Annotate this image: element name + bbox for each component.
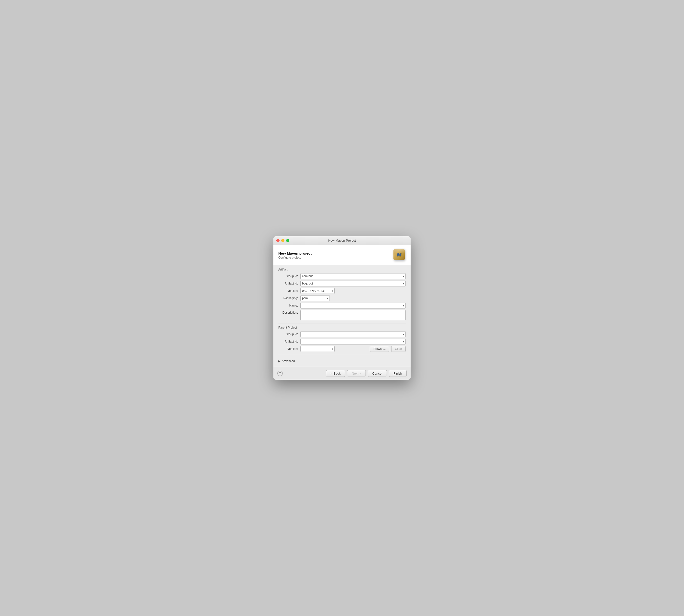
dialog-title: New Maven project bbox=[278, 251, 312, 255]
parent-group-id-select[interactable] bbox=[300, 331, 406, 337]
artifact-group-id-label: Group Id: bbox=[278, 274, 300, 278]
artifact-name-label: Name: bbox=[278, 304, 300, 307]
advanced-label: Advanced bbox=[282, 359, 295, 363]
close-button[interactable] bbox=[276, 239, 280, 242]
parent-version-select[interactable] bbox=[300, 346, 335, 352]
next-button[interactable]: Next > bbox=[347, 370, 366, 377]
back-button[interactable]: < Back bbox=[326, 370, 345, 377]
parent-version-controls: Browse... Clear bbox=[300, 346, 406, 352]
artifact-section-title: Artifact bbox=[278, 268, 406, 271]
artifact-description-row: Description: bbox=[278, 310, 406, 320]
parent-group-id-label: Group Id: bbox=[278, 332, 300, 336]
maven-m-letter: M bbox=[397, 251, 401, 258]
artifact-artifact-id-label: Artifact Id: bbox=[278, 282, 300, 285]
parent-artifact-id-select[interactable] bbox=[300, 338, 406, 345]
artifact-version-wrapper: 0.0.1-SNAPSHOT 1.0-SNAPSHOT 1.0.0 bbox=[300, 288, 335, 294]
artifact-section: Artifact Group Id: com.bug Artifact Id: … bbox=[278, 268, 406, 320]
artifact-packaging-select[interactable]: pom jar war ear bbox=[300, 295, 330, 301]
artifact-packaging-label: Packaging: bbox=[278, 296, 300, 300]
minimize-button[interactable] bbox=[281, 239, 284, 242]
artifact-version-row: Version: 0.0.1-SNAPSHOT 1.0-SNAPSHOT 1.0… bbox=[278, 288, 406, 294]
artifact-description-label: Description: bbox=[278, 310, 300, 314]
cancel-button[interactable]: Cancel bbox=[368, 370, 387, 377]
advanced-row[interactable]: ▶ Advanced bbox=[278, 357, 406, 364]
help-button[interactable]: ? bbox=[277, 371, 283, 376]
header-text: New Maven project Configure project bbox=[278, 251, 312, 259]
parent-artifact-id-row: Artifact Id: bbox=[278, 338, 406, 345]
advanced-arrow-icon: ▶ bbox=[278, 360, 280, 363]
dialog-footer: ? < Back Next > Cancel Finish bbox=[273, 367, 411, 380]
artifact-artifact-id-wrapper: bug.root bbox=[300, 281, 406, 286]
artifact-group-id-wrapper: com.bug bbox=[300, 273, 406, 279]
parent-section: Parent Project Group Id: Artifact Id: bbox=[278, 326, 406, 352]
dialog-subtitle: Configure project bbox=[278, 256, 312, 259]
separator-1 bbox=[278, 323, 406, 324]
clear-button[interactable]: Clear bbox=[391, 346, 406, 352]
parent-version-wrapper bbox=[300, 346, 335, 352]
maximize-button[interactable] bbox=[286, 239, 289, 242]
parent-section-title: Parent Project bbox=[278, 326, 406, 329]
parent-version-label: Version: bbox=[278, 347, 300, 351]
browse-button[interactable]: Browse... bbox=[370, 346, 389, 352]
separator-2 bbox=[278, 355, 406, 355]
parent-group-id-wrapper bbox=[300, 331, 406, 337]
artifact-name-select[interactable] bbox=[300, 303, 406, 308]
parent-artifact-id-label: Artifact Id: bbox=[278, 340, 300, 343]
main-window: New Maven Project New Maven project Conf… bbox=[273, 236, 411, 380]
dialog-header: New Maven project Configure project M bbox=[273, 245, 411, 265]
artifact-group-id-row: Group Id: com.bug bbox=[278, 273, 406, 279]
dialog-content: Artifact Group Id: com.bug Artifact Id: … bbox=[273, 265, 411, 367]
finish-button[interactable]: Finish bbox=[389, 370, 407, 377]
artifact-version-select[interactable]: 0.0.1-SNAPSHOT 1.0-SNAPSHOT 1.0.0 bbox=[300, 288, 335, 294]
parent-group-id-row: Group Id: bbox=[278, 331, 406, 337]
artifact-description-field[interactable] bbox=[300, 310, 406, 320]
maven-icon: M bbox=[393, 249, 406, 261]
parent-version-row: Version: Browse... Clear bbox=[278, 346, 406, 352]
artifact-packaging-row: Packaging: pom jar war ear bbox=[278, 295, 406, 301]
artifact-name-row: Name: bbox=[278, 303, 406, 308]
artifact-version-label: Version: bbox=[278, 289, 300, 292]
artifact-packaging-wrapper: pom jar war ear bbox=[300, 295, 330, 301]
traffic-lights bbox=[276, 239, 289, 242]
help-icon: ? bbox=[279, 372, 281, 375]
titlebar: New Maven Project bbox=[273, 236, 411, 245]
parent-artifact-id-wrapper bbox=[300, 338, 406, 345]
artifact-name-wrapper bbox=[300, 303, 406, 308]
artifact-artifact-id-select[interactable]: bug.root bbox=[300, 281, 406, 286]
window-title: New Maven Project bbox=[328, 239, 356, 242]
artifact-group-id-select[interactable]: com.bug bbox=[300, 273, 406, 279]
artifact-artifact-id-row: Artifact Id: bug.root bbox=[278, 281, 406, 286]
